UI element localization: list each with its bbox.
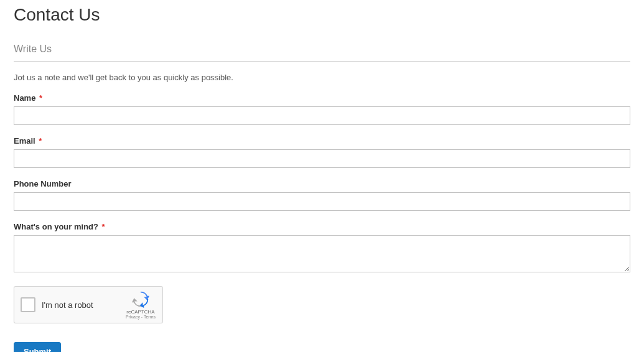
name-input[interactable] <box>14 106 630 125</box>
email-label: Email * <box>14 136 630 146</box>
recaptcha-branding: reCAPTCHA Privacy - Terms <box>125 290 156 320</box>
required-mark: * <box>102 222 105 231</box>
name-field-wrapper: Name * <box>14 93 630 125</box>
phone-field-wrapper: Phone Number <box>14 179 630 211</box>
phone-input[interactable] <box>14 192 630 211</box>
comment-label: What's on your mind? * <box>14 222 630 231</box>
email-input[interactable] <box>14 149 630 168</box>
recaptcha-links[interactable]: Privacy - Terms <box>126 315 156 319</box>
comment-textarea[interactable] <box>14 235 630 272</box>
section-title: Write Us <box>14 44 630 62</box>
name-label-text: Name <box>14 93 35 103</box>
recaptcha-widget: I'm not a robot reCAPTCHA Privacy - Term… <box>14 286 163 323</box>
recaptcha-brand-text: reCAPTCHA <box>126 309 154 315</box>
email-field-wrapper: Email * <box>14 136 630 168</box>
intro-text: Jot us a note and we'll get back to you … <box>14 73 630 82</box>
recaptcha-label: I'm not a robot <box>42 300 125 310</box>
comment-field-wrapper: What's on your mind? * <box>14 222 630 275</box>
recaptcha-icon <box>132 290 149 308</box>
submit-button[interactable]: Submit <box>14 342 61 352</box>
email-label-text: Email <box>14 136 35 146</box>
required-mark: * <box>39 136 42 146</box>
phone-label-text: Phone Number <box>14 179 71 188</box>
name-label: Name * <box>14 93 630 103</box>
page-title: Contact Us <box>14 5 630 25</box>
phone-label: Phone Number <box>14 179 630 188</box>
required-mark: * <box>39 93 42 103</box>
comment-label-text: What's on your mind? <box>14 222 98 231</box>
recaptcha-checkbox[interactable] <box>21 297 35 312</box>
